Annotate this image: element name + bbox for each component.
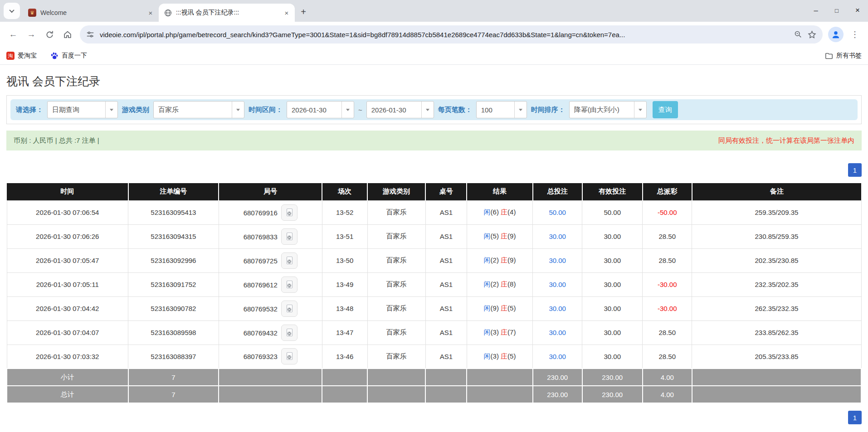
player-score: (2) bbox=[491, 256, 499, 264]
bet-no-cell: 523163089598 bbox=[128, 320, 219, 345]
range-separator: ~ bbox=[358, 106, 362, 114]
video-replay-button[interactable] bbox=[281, 348, 297, 364]
column-header: 注单编号 bbox=[128, 183, 219, 200]
sort-select[interactable]: 降幂(由大到小) bbox=[569, 101, 647, 118]
game-type-cell: 百家乐 bbox=[367, 272, 425, 296]
select-value: 2026-01-30 bbox=[367, 102, 421, 118]
session-cell: 13-50 bbox=[322, 248, 367, 272]
zoom-icon[interactable] bbox=[794, 30, 802, 39]
back-button[interactable]: ← bbox=[5, 26, 22, 43]
tab-betrecord[interactable]: :::视讯 会员下注纪录::: × bbox=[159, 4, 295, 22]
video-replay-button[interactable] bbox=[281, 252, 297, 269]
video-icon bbox=[285, 304, 294, 313]
player-result: 闲 bbox=[484, 280, 491, 288]
video-icon bbox=[285, 256, 294, 265]
bookmark-item-aitaobao[interactable]: 淘 爱淘宝 bbox=[6, 52, 37, 60]
date-to-select[interactable]: 2026-01-30 bbox=[366, 101, 434, 118]
game-type-select[interactable]: 百家乐 bbox=[153, 101, 244, 118]
video-icon bbox=[285, 328, 294, 337]
time-cell: 2026-01-30 07:03:32 bbox=[7, 345, 128, 369]
video-replay-button[interactable] bbox=[281, 325, 297, 341]
date-from-select[interactable]: 2026-01-30 bbox=[287, 101, 354, 118]
page-1-button[interactable]: 1 bbox=[848, 163, 862, 177]
home-button[interactable] bbox=[59, 26, 76, 43]
filter-panel: 请选择： 日期查询 游戏类别 百家乐 时间区间： 2026-01-30 ~ 20… bbox=[10, 99, 858, 120]
address-bar[interactable]: videoie.com/ipl/portal.php/game/betrecor… bbox=[80, 25, 823, 44]
footer-cell bbox=[367, 369, 425, 386]
result-cell: 闲(5) 庄(9) bbox=[467, 224, 532, 248]
video-icon bbox=[285, 280, 294, 289]
browser-menu-icon[interactable]: ⋮ bbox=[846, 26, 863, 43]
payout-cell: -30.00 bbox=[643, 296, 692, 320]
round-no-cell: 680769532 bbox=[219, 296, 322, 320]
bookmark-star-icon[interactable] bbox=[808, 30, 816, 39]
game-type-cell: 百家乐 bbox=[367, 200, 425, 224]
summary-bar: 币别 : 人民币 | 总共 :7 注单 | 同局有效投注，统一计算在该局第一张注… bbox=[6, 131, 862, 150]
query-mode-label: 请选择： bbox=[16, 106, 43, 114]
per-page-select[interactable]: 100 bbox=[476, 101, 527, 118]
game-type-cell: 百家乐 bbox=[367, 224, 425, 248]
chevron-down-icon bbox=[514, 102, 527, 118]
player-result: 闲 bbox=[484, 352, 491, 360]
video-icon bbox=[285, 352, 294, 361]
game-type-cell: 百家乐 bbox=[367, 345, 425, 369]
banker-score: (7) bbox=[507, 328, 516, 336]
close-icon[interactable]: × bbox=[282, 8, 291, 17]
player-score: (3) bbox=[491, 352, 499, 360]
taobao-icon: 淘 bbox=[6, 52, 15, 60]
query-mode-select[interactable]: 日期查询 bbox=[47, 101, 118, 118]
all-bookmarks-button[interactable]: 所有书签 bbox=[825, 52, 862, 60]
table-row: 2026-01-30 07:04:07523163089598680769432… bbox=[7, 320, 861, 345]
close-window-button[interactable]: × bbox=[847, 0, 868, 21]
bet-records-table: 时间注单编号局号场次游戏类别桌号结果总投注有效投注总派彩备注 2026-01-3… bbox=[6, 183, 862, 403]
search-button[interactable]: 查询 bbox=[653, 101, 678, 118]
subtotal-row: 小计7230.00230.004.00 bbox=[7, 369, 861, 386]
video-replay-button[interactable] bbox=[281, 277, 297, 293]
total-bet-cell: 30.00 bbox=[533, 345, 582, 369]
bookmark-item-baidu[interactable]: 百度一下 bbox=[50, 52, 87, 60]
banker-result: 庄 bbox=[501, 256, 507, 264]
banker-result: 庄 bbox=[501, 304, 507, 312]
page-1-button[interactable]: 1 bbox=[848, 411, 862, 424]
round-no-cell: 680769916 bbox=[219, 200, 322, 224]
browser-tab-strip: ♛ Welcome × :::视讯 会员下注纪录::: × + ─ □ × bbox=[0, 0, 868, 22]
video-replay-button[interactable] bbox=[281, 204, 297, 221]
video-replay-button[interactable] bbox=[281, 301, 297, 317]
player-score: (2) bbox=[491, 280, 499, 288]
remark-cell: 205.35/233.85 bbox=[692, 345, 861, 369]
payout-cell: 28.50 bbox=[643, 345, 692, 369]
table-body: 2026-01-30 07:06:54523163095413680769916… bbox=[7, 200, 861, 369]
page-content: 视讯 会员下注纪录 请选择： 日期查询 游戏类别 百家乐 时间区间： 2026-… bbox=[0, 74, 868, 424]
footer-cell bbox=[322, 386, 367, 403]
banker-result: 庄 bbox=[501, 232, 507, 240]
chevron-down-icon bbox=[341, 102, 354, 118]
total-bet-cell: 30.00 bbox=[533, 248, 582, 272]
new-tab-button[interactable]: + bbox=[297, 5, 310, 19]
site-settings-icon[interactable] bbox=[86, 30, 94, 39]
round-no-text: 680769432 bbox=[244, 329, 278, 336]
tab-search-button[interactable] bbox=[4, 3, 20, 19]
profile-avatar[interactable] bbox=[828, 27, 844, 42]
banker-score: (8) bbox=[507, 280, 516, 288]
minimize-button[interactable]: ─ bbox=[805, 0, 826, 21]
sort-label: 时间排序： bbox=[531, 106, 565, 114]
select-value: 降幂(由大到小) bbox=[570, 102, 634, 118]
maximize-button[interactable]: □ bbox=[826, 0, 847, 21]
footer-cell bbox=[692, 386, 861, 403]
remark-cell: 202.35/230.85 bbox=[692, 248, 861, 272]
all-bookmarks-label: 所有书签 bbox=[836, 52, 862, 60]
valid-bet-cell: 30.00 bbox=[582, 272, 643, 296]
filter-container: 请选择： 日期查询 游戏类别 百家乐 时间区间： 2026-01-30 ~ 20… bbox=[6, 95, 862, 124]
player-score: (6) bbox=[491, 208, 499, 216]
forward-button[interactable]: → bbox=[23, 26, 40, 43]
remark-cell: 259.35/209.35 bbox=[692, 200, 861, 224]
video-replay-button[interactable] bbox=[281, 228, 297, 245]
close-icon[interactable]: × bbox=[146, 8, 155, 17]
player-result: 闲 bbox=[484, 208, 491, 216]
column-header: 总派彩 bbox=[643, 183, 692, 200]
reload-button[interactable] bbox=[41, 26, 58, 43]
note-text: 同局有效投注，统一计算在该局第一张注单内 bbox=[718, 136, 854, 145]
tab-welcome[interactable]: ♛ Welcome × bbox=[23, 4, 159, 22]
result-cell: 闲(2) 庄(9) bbox=[467, 248, 532, 272]
reload-icon bbox=[45, 30, 54, 39]
